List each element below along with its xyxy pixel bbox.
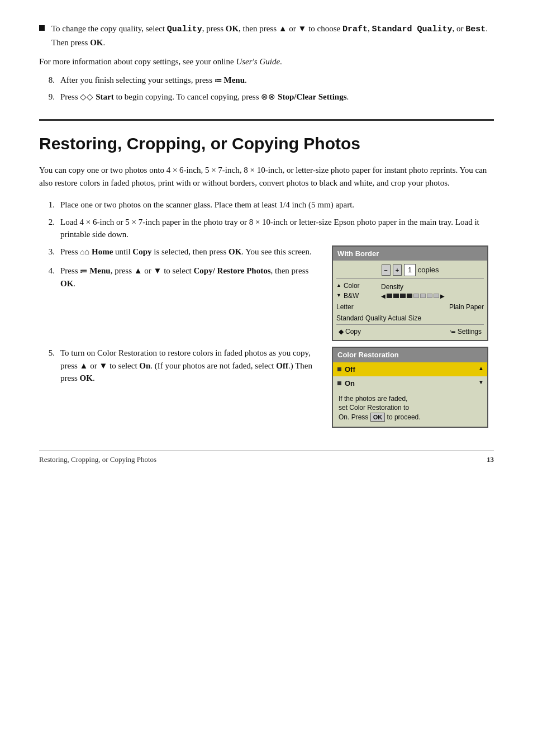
lcd-screen-2-col: Color Restoration Off ▲ On ▼	[332, 347, 494, 428]
lcd2-off-option: Off ▲	[333, 362, 487, 377]
lcd1-paper-row: Letter Plain Paper	[336, 302, 484, 312]
step-8-text: After you finish selecting your settings…	[60, 74, 247, 87]
home-icon: ⌂	[80, 247, 89, 256]
intro-paragraph: You can copy one or two photos onto 4 × …	[39, 164, 494, 190]
lcd1-copies-row: – + 1 copies	[336, 263, 484, 279]
lcd1-bar-seg1	[387, 294, 392, 298]
ok-label: OK	[229, 247, 241, 256]
step-9-text: Press ◇ Start to begin copying. To cance…	[60, 91, 349, 103]
step-1-num: 1.	[39, 199, 55, 211]
lcd2-on-square	[337, 381, 341, 385]
lcd1-settings-label: Settings	[458, 327, 482, 337]
menu-icon: ≔	[215, 76, 222, 84]
lcd1-plus-btn: +	[393, 264, 402, 276]
start-label: Start	[96, 92, 114, 101]
lcd1-bar-seg3	[400, 294, 406, 298]
copy-restore-label: Copy/ Restore Photos	[194, 266, 271, 275]
steps-3-4-with-screen: 3. Press ⌂ Home until Copy is selected, …	[39, 245, 494, 342]
ok-label2: OK	[60, 279, 73, 288]
step-8-num: 8.	[39, 74, 55, 87]
step-8: 8. After you finish selecting your setti…	[39, 74, 494, 87]
lcd1-bar-left-tri: ◀	[381, 292, 386, 300]
lcd2-scroll-up: ▲	[478, 364, 484, 372]
lcd1-bw-label: B&W	[344, 291, 359, 301]
lcd-with-border: With Border – + 1 copies ▲ C	[332, 245, 488, 342]
home-label: Home	[92, 247, 113, 256]
menu-label2: Menu	[89, 266, 111, 275]
lcd1-density-label: Density	[381, 282, 484, 292]
lcd1-bw-row: ▼ B&W	[336, 291, 381, 301]
lcd1-bar-seg7	[427, 294, 432, 298]
lcd1-settings-icon: ≔	[450, 327, 456, 337]
draft-keyword: Draft	[342, 25, 368, 34]
top-steps-list: 8. After you finish selecting your setti…	[39, 74, 494, 103]
footer: Restoring, Cropping, or Copying Photos 1…	[39, 450, 494, 465]
lcd1-body: – + 1 copies ▲ Color ▼	[333, 261, 487, 340]
lcd1-title: With Border	[333, 247, 487, 261]
step-2-text: Load 4 × 6-inch or 5 × 7-inch paper in t…	[60, 216, 494, 241]
lcd1-density-bar: ◀ ▶	[381, 292, 484, 300]
lcd1-bar-seg4	[407, 294, 412, 298]
lcd1-bw-tri-down: ▼	[336, 292, 341, 300]
ok-keyword: OK	[226, 24, 239, 33]
lcd1-settings-btn: ≔ Settings	[450, 327, 482, 337]
lcd1-color-col: ▲ Color ▼ B&W	[336, 281, 381, 301]
ok-label3: OK	[80, 374, 93, 382]
lcd2-scroll-down: ▼	[478, 378, 484, 386]
lcd1-minus-btn: –	[382, 264, 391, 276]
lcd1-color-density-row: ▲ Color ▼ B&W Density ◀	[336, 281, 484, 301]
lcd2-off-label: Off	[345, 364, 355, 375]
standard-keyword: Standard Quality	[372, 25, 453, 34]
lcd2-title: Color Restoration	[333, 348, 487, 362]
on-label: On	[139, 361, 150, 370]
off-label: Off	[276, 361, 288, 370]
lcd1-bar-right-tri: ▶	[440, 292, 445, 300]
step-1-text: Place one or two photos on the scanner g…	[60, 199, 354, 211]
lcd1-color-row: ▲ Color	[336, 281, 381, 291]
footer-page: 13	[487, 454, 494, 465]
copy-label: Copy	[132, 247, 151, 256]
step-5: 5. To turn on Color Restoration to resto…	[39, 347, 318, 385]
lcd1-bar-seg5	[413, 294, 419, 298]
intro-bullet: To change the copy quality, select Quali…	[39, 22, 494, 49]
lcd1-quality-row: Standard Quality Actual Size	[336, 313, 484, 323]
step-4-text: Press ≔ Menu, press ▲ or ▼ to select Cop…	[60, 264, 318, 290]
ok-keyword2: OK	[90, 38, 103, 47]
step-5-num: 5.	[39, 347, 55, 385]
lcd-color-restoration: Color Restoration Off ▲ On ▼	[332, 347, 488, 428]
lcd1-quality-label: Standard Quality Actual Size	[336, 313, 421, 323]
lcd-screen-1: With Border – + 1 copies ▲ C	[332, 245, 494, 342]
lcd2-info: If the photos are faded, set Color Resto…	[333, 391, 487, 427]
bullet-square	[39, 25, 45, 31]
lcd1-copy-btn: ◆ Copy	[339, 327, 361, 337]
step-4-num: 4.	[39, 264, 55, 290]
best-keyword: Best	[465, 25, 486, 34]
lcd2-info-line4: to proceed.	[387, 413, 421, 421]
lcd1-color-tri-up: ▲	[336, 282, 341, 290]
section-title: Restoring, Cropping, or Copying Photos	[39, 131, 494, 156]
lcd1-color-label: Color	[344, 281, 360, 291]
lcd2-info-line1: If the photos are faded,	[339, 395, 407, 403]
quality-keyword: Quality	[167, 25, 202, 34]
intro-bullet-text: To change the copy quality, select Quali…	[51, 22, 494, 49]
lcd1-bar-seg2	[393, 294, 399, 298]
stop-label: Stop/Clear Settings	[278, 92, 346, 101]
stop-icon: ⊗	[261, 92, 275, 101]
start-icon: ◇	[80, 92, 93, 101]
for-more-text: For more information about copy settings…	[39, 55, 494, 68]
lcd2-info-line3: On. Press	[339, 413, 368, 421]
step-4: 4. Press ≔ Menu, press ▲ or ▼ to select …	[39, 264, 318, 290]
steps-3-4-text: 3. Press ⌂ Home until Copy is selected, …	[39, 245, 318, 342]
users-guide-link: User's Guide	[236, 57, 280, 66]
step-5-with-screen: 5. To turn on Color Restoration to resto…	[39, 347, 494, 428]
footer-left: Restoring, Cropping, or Copying Photos	[39, 454, 156, 465]
lcd1-bar-seg6	[420, 294, 426, 298]
lcd1-density-col: Density ◀ ▶	[381, 282, 484, 300]
menu-label: Menu	[224, 75, 245, 84]
lcd2-on-option: On ▼	[333, 376, 487, 391]
menu-icon2: ≔	[80, 267, 87, 275]
step-5-text: To turn on Color Restoration to restore …	[60, 347, 318, 385]
lcd2-on-label: On	[345, 378, 355, 389]
lcd1-size-label: Letter	[336, 302, 354, 312]
step-3-num: 3.	[39, 245, 55, 258]
